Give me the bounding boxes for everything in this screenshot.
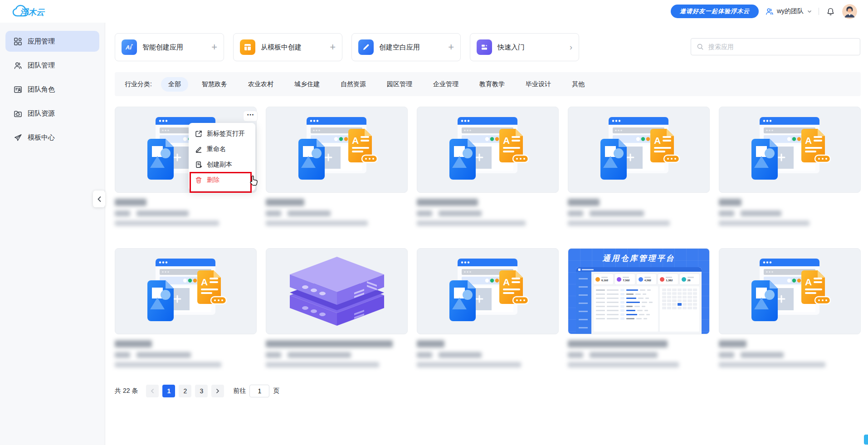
industry-filter-pill[interactable]: 毕业设计	[518, 77, 558, 92]
app-card-thumbnail: A	[568, 107, 710, 193]
page-number-button[interactable]: 3	[195, 385, 208, 397]
quick-action-2[interactable]: 创建空白应用 +	[351, 33, 461, 61]
context-menu-item-0[interactable]: 新标签页打开	[189, 126, 255, 142]
blurred-meta	[266, 352, 281, 358]
plus-icon: +	[211, 42, 217, 52]
page-unit-label: 页	[273, 387, 279, 395]
next-page-button[interactable]	[211, 385, 224, 397]
industry-filter-pill[interactable]: 教育教学	[472, 77, 512, 92]
industry-filter-pill[interactable]: 企业管理	[426, 77, 466, 92]
app-card-thumbnail: A	[266, 107, 408, 193]
svg-text:A: A	[201, 277, 208, 287]
quick-action-0[interactable]: Ai 智能创建应用 +	[115, 33, 224, 61]
blurred-app-name	[719, 199, 741, 206]
app-card-2[interactable]: A	[417, 107, 559, 248]
industry-filter-pill[interactable]: 全部	[161, 77, 188, 92]
industry-filter-pill[interactable]: 其他	[565, 77, 592, 92]
svg-text:A: A	[805, 277, 812, 287]
blurred-app-name	[568, 340, 668, 347]
blurred-timestamp	[719, 220, 809, 226]
blurred-timestamp	[568, 362, 679, 367]
svg-text:A: A	[503, 277, 510, 287]
user-avatar[interactable]	[842, 4, 857, 19]
app-card-6[interactable]	[266, 248, 408, 390]
app-card-thumbnail: A	[417, 107, 559, 193]
filter-pills: 全部智慧政务农业农村城乡住建自然资源园区管理企业管理教育教学毕业设计其他	[161, 77, 592, 92]
app-card-7[interactable]: A	[417, 248, 559, 390]
context-menu-item-1[interactable]: 重命名	[189, 142, 255, 157]
search-icon	[697, 43, 704, 50]
svg-text:A: A	[503, 135, 510, 146]
blurred-timestamp	[266, 220, 368, 226]
sidebar-item-2[interactable]: 团队角色	[5, 79, 99, 100]
invite-friends-button[interactable]: 邀请好友一起体验浮木云	[671, 5, 759, 18]
page-number-button[interactable]: 1	[162, 385, 175, 397]
quick-actions-row: Ai 智能创建应用 + 从模板中创建 + 创建空白应用 + 快速入门 ›	[115, 33, 579, 61]
app-card-info-blurred	[115, 193, 257, 226]
industry-filter-pill[interactable]: 城乡住建	[287, 77, 327, 92]
industry-filter-pill[interactable]: 智慧政务	[195, 77, 234, 92]
context-menu-item-2[interactable]: 创建副本	[189, 157, 255, 172]
app-card-5[interactable]: A	[115, 248, 257, 390]
search-input[interactable]	[707, 43, 854, 51]
logo[interactable]: 浮木云	[11, 3, 68, 20]
notification-bell-icon[interactable]	[825, 6, 836, 17]
goto-page-input[interactable]	[249, 385, 269, 397]
sidebar-item-0[interactable]: 应用管理	[5, 31, 99, 52]
warehouse-card-title: 通用仓库管理平台	[568, 253, 709, 264]
blurred-meta	[719, 210, 734, 216]
sidebar-collapse-handle[interactable]	[93, 191, 105, 207]
app-illustration: A	[436, 113, 540, 186]
sidebar-item-3[interactable]: 团队资源	[5, 103, 99, 124]
quick-action-3[interactable]: 快速入门 ›	[470, 33, 579, 61]
app-card-8[interactable]: 通用仓库管理平台6,1927,5024,5821,38228	[568, 248, 710, 390]
app-illustration: A	[285, 113, 389, 186]
app-illustration: A	[134, 255, 238, 328]
template-create-icon	[240, 39, 255, 55]
sidebar-item-4[interactable]: 模板中心	[5, 127, 99, 148]
app-illustration: A	[738, 255, 842, 328]
header-right: 邀请好友一起体验浮木云 wy的团队	[671, 4, 857, 19]
goto-label: 前往	[233, 387, 246, 395]
sidebar: 应用管理 团队管理 团队角色 团队资源 模板中心	[0, 23, 105, 445]
context-menu-item-3[interactable]: 删除	[189, 172, 255, 188]
industry-filter-pill[interactable]: 园区管理	[380, 77, 419, 92]
sidebar-item-1[interactable]: 团队管理	[5, 55, 99, 76]
blurred-meta	[590, 210, 644, 216]
template-center-icon	[14, 133, 22, 142]
blurred-app-name	[417, 199, 478, 206]
app-card-info-blurred	[417, 334, 559, 367]
app-card-1[interactable]: A	[266, 107, 408, 248]
chat-widget-sliver[interactable]	[864, 435, 868, 445]
card-more-button[interactable]: ⋯	[243, 111, 258, 122]
blurred-meta	[115, 352, 130, 358]
app-card-4[interactable]: A	[719, 107, 861, 248]
blurred-meta	[137, 352, 191, 358]
prev-page-button[interactable]	[146, 385, 159, 397]
blurred-meta	[741, 352, 784, 358]
chevron-down-icon	[807, 9, 812, 14]
blurred-meta	[137, 210, 189, 216]
team-selector[interactable]: wy的团队	[765, 7, 812, 16]
blurred-timestamp	[115, 362, 221, 367]
blurred-meta	[115, 210, 130, 216]
blurred-app-name	[719, 340, 746, 347]
blurred-app-name	[266, 199, 304, 206]
total-count-label: 共 22 条	[115, 387, 138, 395]
blurred-timestamp	[568, 220, 670, 226]
app-card-3[interactable]: A	[568, 107, 710, 248]
industry-filter-pill[interactable]: 自然资源	[333, 77, 373, 92]
app-card-9[interactable]: A	[719, 248, 861, 390]
blurred-meta	[741, 210, 781, 216]
industry-filter-pill[interactable]: 农业农村	[241, 77, 281, 92]
app-card-info-blurred	[568, 193, 710, 226]
quick-action-1[interactable]: 从模板中创建 +	[233, 33, 342, 61]
resource-icon	[14, 109, 22, 118]
blurred-meta	[590, 352, 658, 358]
app-card-thumbnail: 通用仓库管理平台6,1927,5024,5821,38228	[568, 248, 710, 334]
search-box	[691, 38, 860, 55]
plus-icon: +	[330, 42, 336, 52]
page-number-button[interactable]: 2	[179, 385, 191, 397]
blurred-meta	[568, 352, 583, 358]
rename-icon	[195, 146, 202, 153]
